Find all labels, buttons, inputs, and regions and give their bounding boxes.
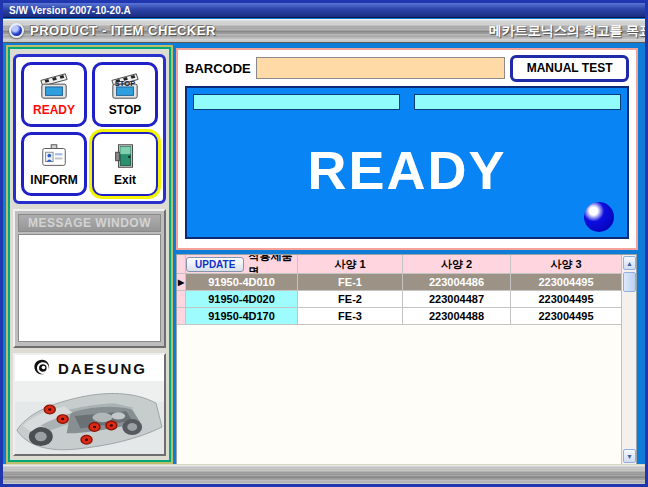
table-row[interactable]: 91950-4D020 FE-2 223004487 223004495 — [177, 291, 636, 308]
exit-button[interactable]: Exit — [92, 132, 158, 197]
brand-name: DAESUNG — [58, 360, 147, 377]
app-window: S/W Version 2007-10-20.A PRODUCT - ITEM … — [0, 0, 648, 487]
control-button-panel: READY STOP STOP — [13, 54, 166, 204]
inform-button-label: INFORM — [30, 173, 77, 187]
cell-spec3: 223004495 — [511, 308, 622, 325]
status-display: READY — [185, 86, 629, 239]
bottom-status-bar — [3, 464, 645, 484]
row-indicator-cell — [177, 291, 186, 308]
cell-spec1: FE-1 — [298, 274, 403, 291]
id-card-icon — [38, 141, 70, 171]
cell-spec1: FE-3 — [298, 308, 403, 325]
barcode-label: BARCODE — [185, 61, 251, 76]
daesung-logo-icon — [32, 358, 52, 378]
status-text: READY — [307, 139, 506, 201]
product-table: UPDATE 적용제품명 사양 1 사양 2 사양 3 ▶ 91950-4D01… — [176, 254, 637, 465]
version-text: S/W Version 2007-10-20.A — [9, 5, 131, 16]
barcode-input[interactable] — [256, 57, 505, 79]
exit-door-icon — [110, 141, 140, 171]
stop-button[interactable]: STOP STOP — [92, 62, 158, 127]
cell-product: 91950-4D020 — [186, 291, 298, 308]
cell-spec3: 223004495 — [511, 291, 622, 308]
app-orb-icon — [9, 23, 24, 38]
header-product: UPDATE 적용제품명 — [186, 255, 298, 274]
cell-spec2: 223004486 — [403, 274, 511, 291]
status-field-left — [193, 94, 400, 110]
cell-product: 91950-4D170 — [186, 308, 298, 325]
update-button[interactable]: UPDATE — [186, 257, 244, 272]
ready-button-label: READY — [33, 103, 75, 117]
test-panel: BARCODE MANUAL TEST READY — [176, 48, 638, 250]
left-control-panel: READY STOP STOP — [6, 45, 173, 464]
manual-test-button[interactable]: MANUAL TEST — [510, 55, 629, 82]
scrollbar-thumb[interactable] — [623, 272, 636, 292]
cell-spec2: 223004487 — [403, 291, 511, 308]
brand-logo-row: DAESUNG — [15, 355, 164, 381]
stop-button-label: STOP — [109, 103, 141, 117]
cell-spec2: 223004488 — [403, 308, 511, 325]
message-window-content — [18, 234, 161, 342]
table-row[interactable]: ▶ 91950-4D010 FE-1 223004486 223004495 — [177, 274, 636, 291]
cell-spec1: FE-2 — [298, 291, 403, 308]
company-slogan: 메카트로닉스의 최고를 목표 — [489, 22, 645, 40]
scroll-up-icon[interactable]: ▲ — [623, 256, 636, 270]
message-window: MESSAGE WINDOW — [13, 209, 166, 348]
ready-button[interactable]: READY — [21, 62, 87, 127]
scroll-down-icon[interactable]: ▼ — [623, 449, 636, 463]
exit-button-label: Exit — [114, 173, 136, 187]
header-spec1: 사양 1 — [298, 255, 403, 274]
cell-spec3: 223004495 — [511, 274, 622, 291]
clapperboard-icon — [37, 71, 71, 101]
row-pointer-icon: ▶ — [177, 274, 186, 291]
table-header-row: UPDATE 적용제품명 사양 1 사양 2 사양 3 — [177, 255, 636, 274]
barcode-row: BARCODE MANUAL TEST — [178, 50, 636, 86]
version-bar: S/W Version 2007-10-20.A — [3, 3, 645, 18]
inform-button[interactable]: INFORM — [21, 132, 87, 197]
clapperboard-stop-icon: STOP — [108, 71, 142, 101]
table-scrollbar[interactable]: ▲ ▼ — [621, 255, 636, 464]
status-field-right — [414, 94, 621, 110]
app-header: PRODUCT - ITEM CHECKER 메카트로닉스의 최고를 목표 — [3, 19, 645, 43]
table-row[interactable]: 91950-4D170 FE-3 223004488 223004495 — [177, 308, 636, 325]
stop-icon-overlay-text: STOP — [115, 79, 135, 88]
header-product-label: 적용제품명 — [248, 255, 297, 274]
brand-panel: DAESUNG — [13, 353, 166, 456]
app-title: PRODUCT - ITEM CHECKER — [30, 23, 216, 38]
message-window-title: MESSAGE WINDOW — [18, 214, 161, 232]
status-orb-icon — [584, 202, 614, 232]
car-cutaway-image — [15, 381, 164, 454]
row-indicator-cell — [177, 308, 186, 325]
header-spec2: 사양 2 — [403, 255, 511, 274]
header-spec3: 사양 3 — [511, 255, 622, 274]
cell-product: 91950-4D010 — [186, 274, 298, 291]
header-indicator-cell — [177, 255, 186, 274]
